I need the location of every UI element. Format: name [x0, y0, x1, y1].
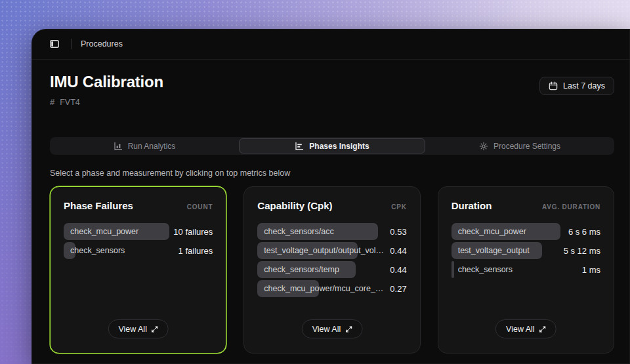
- hash-icon: #: [50, 97, 54, 107]
- metric-row[interactable]: check_mcu_power 6 s 6 ms: [452, 223, 600, 240]
- metric-row-label: check_mcu_power/mcu_core_volta...: [257, 284, 385, 293]
- metric-row-label: check_sensors: [64, 246, 173, 255]
- card-metric-label: AVG. DURATION: [542, 203, 600, 211]
- view-all-button[interactable]: View All: [108, 319, 169, 338]
- tab-run-analytics[interactable]: Run Analytics: [51, 138, 238, 153]
- expand-icon: [539, 326, 546, 333]
- metric-row-label: check_sensors/acc: [257, 227, 385, 236]
- row-chart-icon: [295, 142, 304, 151]
- card-capability-cpk[interactable]: Capability (Cpk) CPK check_sensors/acc 0…: [243, 186, 420, 354]
- title-row: IMU Calibration # FVT4 Last 7 days: [50, 73, 614, 107]
- metric-row-label: test_voltage_output: [452, 246, 558, 255]
- tab-phases-insights[interactable]: Phases Insights: [239, 138, 425, 153]
- view-all-button[interactable]: View All: [495, 319, 556, 338]
- card-title: Capability (Cpk): [257, 200, 332, 211]
- metric-row-label: check_sensors: [452, 265, 577, 274]
- metric-row-label: check_mcu_power: [452, 227, 563, 236]
- metric-row-value: 1 failures: [178, 246, 213, 256]
- tab-bar: Run Analytics Phases Insights Procedure …: [50, 137, 614, 155]
- metric-row-value: 0.27: [390, 284, 406, 294]
- tab-label: Phases Insights: [309, 142, 369, 151]
- procedure-tag-label: FVT4: [60, 98, 80, 107]
- tab-label: Procedure Settings: [494, 142, 560, 151]
- app-window: Procedures IMU Calibration # FVT4 Last 7…: [32, 29, 630, 364]
- metric-row-value: 6 s 6 ms: [568, 227, 600, 237]
- page-title: IMU Calibration: [50, 73, 163, 91]
- card-phase-failures[interactable]: Phase Failures COUNT check_mcu_power 10 …: [50, 186, 226, 354]
- expand-icon: [152, 326, 158, 333]
- card-metric-label: COUNT: [187, 203, 213, 211]
- view-all-label: View All: [118, 325, 147, 334]
- card-title: Phase Failures: [64, 200, 133, 211]
- instruction-text: Select a phase and measurement by clicki…: [50, 169, 614, 178]
- tab-label: Run Analytics: [128, 142, 176, 151]
- metric-row-label: test_voltage_output/output_voltage: [257, 246, 385, 255]
- metric-row-value: 10 failures: [173, 227, 213, 237]
- breadcrumb[interactable]: Procedures: [81, 39, 123, 49]
- date-range-label: Last 7 days: [563, 81, 605, 91]
- expand-icon: [345, 326, 352, 333]
- view-all-label: View All: [312, 325, 341, 334]
- metric-row-label: check_mcu_power: [64, 227, 168, 236]
- card-duration[interactable]: Duration AVG. DURATION check_mcu_power 6…: [438, 186, 614, 354]
- column-chart-icon: [114, 142, 123, 151]
- card-metric-label: CPK: [391, 203, 407, 211]
- metric-cards: Phase Failures COUNT check_mcu_power 10 …: [50, 186, 614, 354]
- tab-procedure-settings[interactable]: Procedure Settings: [427, 138, 613, 153]
- view-all-button[interactable]: View All: [302, 319, 363, 338]
- date-range-button[interactable]: Last 7 days: [539, 77, 614, 95]
- metric-row[interactable]: test_voltage_output 5 s 12 ms: [452, 242, 600, 259]
- metric-row-value: 0.44: [390, 246, 406, 256]
- metric-row[interactable]: check_mcu_power 10 failures: [64, 223, 213, 240]
- metric-row[interactable]: check_sensors 1 failures: [64, 242, 213, 259]
- metric-row[interactable]: check_sensors 1 ms: [452, 261, 600, 278]
- metric-row[interactable]: check_sensors/acc 0.53: [257, 223, 406, 240]
- gear-icon: [479, 142, 488, 151]
- view-all-label: View All: [506, 325, 535, 334]
- header-divider: [71, 39, 72, 49]
- card-title: Duration: [452, 200, 492, 211]
- metric-row-value: 1 ms: [582, 265, 600, 275]
- procedure-tag: # FVT4: [50, 97, 163, 107]
- metric-row-label: check_sensors/temp: [257, 265, 385, 274]
- metric-row[interactable]: test_voltage_output/output_voltage 0.44: [257, 242, 406, 259]
- metric-row[interactable]: check_sensors/temp 0.44: [257, 261, 406, 278]
- metric-row-value: 5 s 12 ms: [564, 246, 600, 256]
- metric-row[interactable]: check_mcu_power/mcu_core_volta... 0.27: [257, 280, 406, 297]
- metric-row-value: 0.44: [390, 265, 406, 275]
- calendar-icon: [549, 81, 558, 91]
- top-bar: Procedures: [32, 29, 630, 60]
- panel-left-icon[interactable]: [47, 37, 62, 51]
- metric-row-value: 0.53: [390, 227, 406, 237]
